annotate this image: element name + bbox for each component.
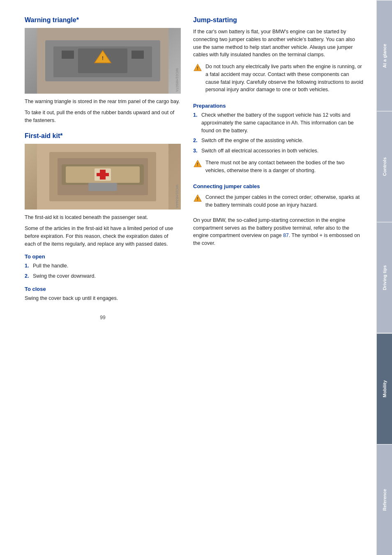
list-item: 1. Pull the handle. xyxy=(25,262,181,270)
list-number: 3. xyxy=(193,147,199,155)
sidebar-tab-driving-tips[interactable]: Driving tips xyxy=(377,222,392,333)
to-open-title: To open xyxy=(25,253,181,260)
list-number: 2. xyxy=(25,272,30,280)
warning-triangle-icon-1: ! xyxy=(193,63,202,72)
svg-text:!: ! xyxy=(197,66,198,71)
warning-triangle-desc1: The warning triangle is stored in the re… xyxy=(25,98,181,106)
first-aid-kit-title: First-aid kit* xyxy=(25,132,181,140)
list-item: 3. Switch off all electrical accessories… xyxy=(193,147,364,155)
step-text: Switch off the engine of the assisting v… xyxy=(201,137,304,145)
sidebar-tab-reference[interactable]: Reference xyxy=(377,444,392,555)
svg-text:!: ! xyxy=(197,162,198,166)
warning-box-2: ! There must not be any contact between … xyxy=(193,159,364,178)
first-aid-kit-image: WC01H6344A xyxy=(25,144,181,210)
warning-box-3: ! Connect the jumper cables in the corre… xyxy=(193,193,364,212)
page-number: 99 xyxy=(25,315,181,320)
image-note-1: WC01H8507A xyxy=(175,68,179,92)
connecting-jumper-desc: On your BMW, the so-called jump-starting… xyxy=(193,216,364,247)
warning-triangle-title: Warning triangle* xyxy=(25,16,181,24)
list-item: 2. Switch off the engine of the assistin… xyxy=(193,137,364,145)
jump-starting-title: Jump-starting xyxy=(193,16,364,24)
list-item: 2. Swing the cover downward. xyxy=(25,272,181,280)
to-close-desc: Swing the cover back up until it engages… xyxy=(25,295,181,302)
list-number: 1. xyxy=(25,262,30,270)
warning3-text: Connect the jumper cables in the correct… xyxy=(205,193,364,209)
list-item: 1. Check whether the battery of the supp… xyxy=(193,111,364,134)
step-text: Pull the handle. xyxy=(33,262,68,270)
preparations-list: 1. Check whether the battery of the supp… xyxy=(193,111,364,155)
warning-triangle-icon-3: ! xyxy=(193,194,202,203)
sidebar-tab-at-a-glance[interactable]: At a glance xyxy=(377,0,392,111)
page-ref-link[interactable]: 87 xyxy=(283,233,289,238)
connecting-jumper-title: Connecting jumper cables xyxy=(193,183,364,189)
sidebar: At a glance Controls Driving tips Mobili… xyxy=(376,0,392,555)
to-open-list: 1. Pull the handle. 2. Swing the cover d… xyxy=(25,262,181,280)
sidebar-tab-mobility[interactable]: Mobility xyxy=(377,333,392,444)
svg-rect-15 xyxy=(97,173,109,176)
warning-triangle-desc2: To take it out, pull the ends of the rub… xyxy=(25,109,181,124)
sidebar-tab-controls[interactable]: Controls xyxy=(377,111,392,222)
step-text: Switch off all electrical accessories in… xyxy=(201,147,318,155)
warning-box-1: ! Do not touch any electrically live par… xyxy=(193,63,364,97)
warning-triangle-icon-2: ! xyxy=(193,159,202,168)
first-aid-desc1: The first-aid kit is located beneath the… xyxy=(25,214,181,221)
list-number: 2. xyxy=(193,137,199,145)
warning1-text: Do not touch any electrically live parts… xyxy=(205,63,364,94)
image-note-2: WC01H6344A xyxy=(175,184,179,208)
svg-rect-7 xyxy=(131,51,144,59)
svg-text:!: ! xyxy=(102,55,104,61)
svg-rect-6 xyxy=(62,51,74,59)
warning2-text: There must not be any contact between th… xyxy=(205,159,364,175)
warning-triangle-image: ! WC01H8507A xyxy=(25,28,181,94)
preparations-title: Preparations xyxy=(193,103,364,109)
first-aid-desc2: Some of the articles in the first-aid ki… xyxy=(25,225,181,248)
first-aid-img-placeholder: WC01H6344A xyxy=(25,144,181,210)
jump-starting-intro: If the car's own battery is flat, your B… xyxy=(193,28,364,59)
list-number: 1. xyxy=(193,111,199,134)
step-text: Swing the cover downward. xyxy=(33,272,96,280)
svg-rect-16 xyxy=(88,183,117,191)
to-close-title: To close xyxy=(25,286,181,292)
warning-triangle-img-placeholder: ! WC01H8507A xyxy=(25,28,181,94)
step-text: Check whether the battery of the support… xyxy=(201,111,364,134)
svg-text:!: ! xyxy=(197,197,198,201)
